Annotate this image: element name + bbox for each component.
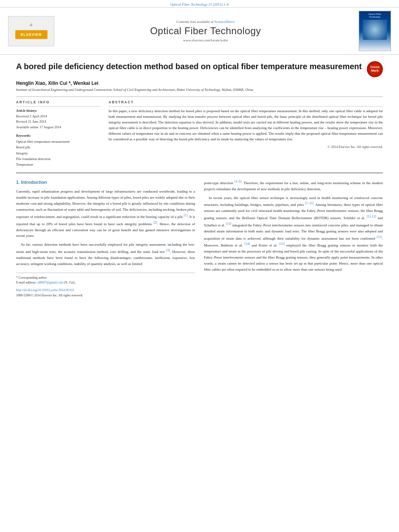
- crossmark-icon[interactable]: CrossMark: [367, 61, 383, 77]
- ref-15[interactable]: [15]: [279, 242, 284, 246]
- journal-url: www.elsevier.com/locate/yofte: [60, 38, 351, 42]
- divider-top: [16, 97, 383, 97]
- intro-para-3: point-type detection [3–6]. Therefore, t…: [204, 179, 383, 192]
- issn-line: 1068-5200/© 2014 Elsevier Inc. All right…: [16, 293, 195, 298]
- journal-title-center: Contents lists available at ScienceDirec…: [60, 20, 351, 42]
- elsevier-logo-area: 🔬 ELSEVIER: [8, 16, 60, 46]
- available-date: Available online 17 August 2014: [16, 125, 101, 130]
- email-label: E-mail address:: [16, 281, 36, 284]
- email-line: E-mail address: cd8607@gmail.com (X. Cui…: [16, 280, 195, 286]
- ref-14[interactable]: [14]: [245, 242, 250, 246]
- doi-line: http://dx.doi.org/10.1016/j.yofte.2014.0…: [16, 288, 195, 293]
- keyword-3: Integrity: [16, 150, 101, 156]
- authors-text: Henglin Xiao, Xilin Cui *, Wenkai Lei: [16, 80, 98, 86]
- elsevier-wordmark: ELSEVIER: [15, 30, 47, 39]
- intro-para-2: So far, various detection methods have b…: [16, 242, 195, 267]
- abstract-divider: [109, 106, 383, 107]
- email-suffix: (X. Cui).: [64, 281, 76, 284]
- intro-para-4: In recent years, the optical fiber senso…: [204, 195, 383, 273]
- corresponding-label: * Corresponding author.: [16, 276, 47, 279]
- received-date: Received 2 April 2014: [16, 114, 101, 119]
- article-footer: * Corresponding author. E-mail address: …: [16, 273, 195, 298]
- cover-graphic: [363, 20, 387, 40]
- body-two-columns: 1. Introduction Currently, rapid urbaniz…: [16, 179, 383, 298]
- keyword-1: Optical fiber temperature measurement: [16, 139, 101, 144]
- journal-top-bar: Optical Fiber Technology 21 (2015) 1–6: [0, 0, 399, 7]
- intro-section-title: 1. Introduction: [16, 179, 195, 186]
- ref-3b[interactable]: [3–6]: [234, 180, 241, 183]
- abstract-heading: Abstract: [109, 100, 383, 104]
- intro-para-1: Currently, rapid urbanization progress a…: [16, 189, 195, 239]
- body-col-right: point-type detection [3–6]. Therefore, t…: [204, 179, 383, 298]
- journal-main-title: Optical Fiber Technology: [60, 25, 351, 37]
- keyword-2: Bored pile: [16, 144, 101, 150]
- sciencedirect-link[interactable]: ScienceDirect: [214, 20, 234, 24]
- journal-cover-image: Optical FiberTechnology: [359, 11, 391, 51]
- article-info-heading: Article Info: [16, 100, 101, 104]
- keyword-5: Temperature: [16, 162, 101, 167]
- article-title-section: A bored pile deficiency detection method…: [16, 61, 383, 77]
- ref-11b[interactable]: [11]: [377, 235, 382, 239]
- authors-line: Henglin Xiao, Xilin Cui *, Wenkai Lei: [16, 80, 383, 86]
- body-col-left: 1. Introduction Currently, rapid urbaniz…: [16, 179, 195, 298]
- ref-2[interactable]: [2]: [153, 221, 157, 224]
- ref-11-12[interactable]: [11,12]: [367, 215, 376, 218]
- ref-13[interactable]: [13]: [226, 222, 231, 226]
- copyright-text: © 2014 Elsevier Inc. All rights reserved…: [109, 145, 383, 149]
- journal-image-logo: 🔬 ELSEVIER: [8, 16, 54, 46]
- article-body: 1. Introduction Currently, rapid urbaniz…: [16, 173, 383, 298]
- email-link[interactable]: cd8607@gmail.com: [37, 281, 63, 284]
- doi-link[interactable]: http://dx.doi.org/10.1016/j.yofte.2014.0…: [16, 288, 74, 292]
- journal-volume-info: Optical Fiber Technology 21 (2015) 1–6: [170, 2, 229, 6]
- journal-cover-area: Optical FiberTechnology: [351, 11, 391, 51]
- ref-3a[interactable]: [3]: [166, 249, 170, 252]
- sciencedirect-line: Contents lists available at ScienceDirec…: [60, 20, 351, 24]
- ref-1[interactable]: [1]: [184, 214, 187, 217]
- history-label: Article history:: [16, 109, 101, 113]
- article-title: A bored pile deficiency detection method…: [16, 61, 363, 72]
- info-divider: [16, 106, 101, 107]
- article-info-column: Article Info Article history: Received 2…: [16, 100, 101, 168]
- abstract-column: Abstract In this paper, a new deficiency…: [109, 100, 383, 168]
- ref-7-11[interactable]: [7–11]: [305, 201, 313, 205]
- info-abstract-section: Article Info Article history: Received 2…: [16, 100, 383, 168]
- cover-title: Optical FiberTechnology: [368, 13, 381, 18]
- keywords-label: Keywords:: [16, 134, 101, 138]
- keyword-4: Pile foundation detection: [16, 156, 101, 162]
- revised-date: Revised 21 June 2014: [16, 119, 101, 125]
- affiliation-text: Institute of Geotechnical Engineering an…: [16, 88, 383, 92]
- journal-header: 🔬 ELSEVIER Contents lists available at S…: [0, 7, 399, 55]
- abstract-text: In this paper, a new deficiency detectio…: [109, 109, 383, 142]
- article-main: A bored pile deficiency detection method…: [0, 55, 399, 306]
- corresponding-author-note: * Corresponding author.: [16, 275, 195, 281]
